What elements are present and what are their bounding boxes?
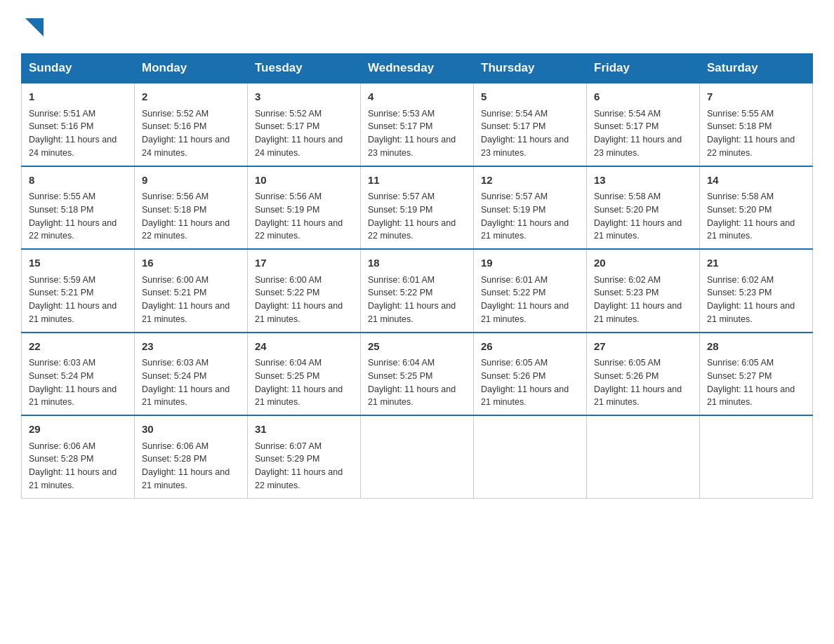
calendar-cell: 10Sunrise: 5:56 AMSunset: 5:19 PMDayligh… [248, 166, 361, 250]
col-header-friday: Friday [587, 54, 700, 83]
sunset-text: Sunset: 5:24 PM [29, 370, 127, 383]
day-info: Sunrise: 6:00 AMSunset: 5:21 PMDaylight:… [142, 274, 240, 326]
col-header-thursday: Thursday [474, 54, 587, 83]
col-header-wednesday: Wednesday [361, 54, 474, 83]
sunset-text: Sunset: 5:26 PM [481, 370, 579, 383]
day-number: 12 [481, 173, 579, 189]
calendar-table: SundayMondayTuesdayWednesdayThursdayFrid… [21, 53, 813, 499]
sunrise-text: Sunrise: 5:54 AM [481, 107, 579, 121]
sunset-text: Sunset: 5:18 PM [707, 120, 805, 133]
day-number: 6 [594, 89, 692, 105]
calendar-cell: 31Sunrise: 6:07 AMSunset: 5:29 PMDayligh… [248, 415, 361, 498]
sunset-text: Sunset: 5:18 PM [142, 203, 240, 217]
day-info: Sunrise: 6:06 AMSunset: 5:28 PMDaylight:… [29, 440, 127, 492]
daylight-text: Daylight: 11 hours and 24 minutes. [255, 133, 353, 160]
sunrise-text: Sunrise: 6:02 AM [707, 274, 805, 287]
logo-triangle-icon [22, 15, 46, 39]
col-header-tuesday: Tuesday [248, 54, 361, 83]
week-row-1: 1Sunrise: 5:51 AMSunset: 5:16 PMDaylight… [22, 83, 813, 166]
calendar-cell: 7Sunrise: 5:55 AMSunset: 5:18 PMDaylight… [700, 83, 813, 166]
calendar-cell: 26Sunrise: 6:05 AMSunset: 5:26 PMDayligh… [474, 333, 587, 416]
day-info: Sunrise: 5:58 AMSunset: 5:20 PMDaylight:… [594, 190, 692, 243]
col-header-sunday: Sunday [22, 54, 135, 83]
day-info: Sunrise: 6:00 AMSunset: 5:22 PMDaylight:… [255, 274, 353, 326]
day-number: 5 [481, 89, 579, 105]
sunset-text: Sunset: 5:25 PM [368, 370, 466, 383]
calendar-cell: 20Sunrise: 6:02 AMSunset: 5:23 PMDayligh… [587, 249, 700, 333]
page-header [21, 14, 813, 39]
daylight-text: Daylight: 11 hours and 21 minutes. [29, 300, 127, 326]
day-number: 20 [594, 255, 692, 271]
daylight-text: Daylight: 11 hours and 21 minutes. [368, 383, 466, 410]
daylight-text: Daylight: 11 hours and 24 minutes. [29, 133, 127, 160]
col-header-monday: Monday [135, 54, 248, 83]
daylight-text: Daylight: 11 hours and 22 minutes. [142, 217, 240, 243]
day-info: Sunrise: 5:52 AMSunset: 5:16 PMDaylight:… [142, 107, 240, 160]
sunrise-text: Sunrise: 6:04 AM [368, 356, 466, 370]
day-number: 27 [594, 339, 692, 355]
day-info: Sunrise: 6:07 AMSunset: 5:29 PMDaylight:… [255, 440, 353, 492]
daylight-text: Daylight: 11 hours and 21 minutes. [481, 383, 579, 410]
sunset-text: Sunset: 5:17 PM [255, 120, 353, 133]
daylight-text: Daylight: 11 hours and 21 minutes. [594, 217, 692, 243]
sunrise-text: Sunrise: 6:03 AM [142, 356, 240, 370]
sunset-text: Sunset: 5:23 PM [594, 286, 692, 300]
calendar-cell: 22Sunrise: 6:03 AMSunset: 5:24 PMDayligh… [22, 333, 135, 416]
daylight-text: Daylight: 11 hours and 21 minutes. [29, 466, 127, 492]
calendar-cell: 11Sunrise: 5:57 AMSunset: 5:19 PMDayligh… [361, 166, 474, 250]
sunrise-text: Sunrise: 5:57 AM [368, 190, 466, 203]
day-number: 3 [255, 89, 353, 105]
calendar-cell: 19Sunrise: 6:01 AMSunset: 5:22 PMDayligh… [474, 249, 587, 333]
day-number: 1 [29, 89, 127, 105]
day-number: 23 [142, 339, 240, 355]
day-number: 30 [142, 422, 240, 438]
sunset-text: Sunset: 5:21 PM [142, 286, 240, 300]
sunrise-text: Sunrise: 6:07 AM [255, 440, 353, 453]
sunrise-text: Sunrise: 5:55 AM [707, 107, 805, 121]
calendar-cell: 13Sunrise: 5:58 AMSunset: 5:20 PMDayligh… [587, 166, 700, 250]
sunset-text: Sunset: 5:19 PM [368, 203, 466, 217]
sunset-text: Sunset: 5:20 PM [594, 203, 692, 217]
calendar-cell: 28Sunrise: 6:05 AMSunset: 5:27 PMDayligh… [700, 333, 813, 416]
calendar-cell: 17Sunrise: 6:00 AMSunset: 5:22 PMDayligh… [248, 249, 361, 333]
calendar-cell: 4Sunrise: 5:53 AMSunset: 5:17 PMDaylight… [361, 83, 474, 166]
daylight-text: Daylight: 11 hours and 24 minutes. [142, 133, 240, 160]
calendar-cell: 2Sunrise: 5:52 AMSunset: 5:16 PMDaylight… [135, 83, 248, 166]
day-info: Sunrise: 5:56 AMSunset: 5:19 PMDaylight:… [255, 190, 353, 243]
calendar-cell: 18Sunrise: 6:01 AMSunset: 5:22 PMDayligh… [361, 249, 474, 333]
day-info: Sunrise: 5:58 AMSunset: 5:20 PMDaylight:… [707, 190, 805, 243]
calendar-cell: 25Sunrise: 6:04 AMSunset: 5:25 PMDayligh… [361, 333, 474, 416]
day-number: 4 [368, 89, 466, 105]
daylight-text: Daylight: 11 hours and 21 minutes. [707, 217, 805, 243]
sunrise-text: Sunrise: 5:53 AM [368, 107, 466, 121]
day-number: 24 [255, 339, 353, 355]
calendar-cell [361, 415, 474, 498]
sunrise-text: Sunrise: 6:00 AM [142, 274, 240, 287]
calendar-header: SundayMondayTuesdayWednesdayThursdayFrid… [22, 54, 813, 83]
day-info: Sunrise: 6:03 AMSunset: 5:24 PMDaylight:… [29, 356, 127, 409]
day-number: 8 [29, 173, 127, 189]
sunset-text: Sunset: 5:17 PM [481, 120, 579, 133]
day-number: 11 [368, 173, 466, 189]
sunrise-text: Sunrise: 6:03 AM [29, 356, 127, 370]
day-number: 26 [481, 339, 579, 355]
day-info: Sunrise: 5:56 AMSunset: 5:18 PMDaylight:… [142, 190, 240, 243]
sunrise-text: Sunrise: 5:57 AM [481, 190, 579, 203]
day-info: Sunrise: 6:02 AMSunset: 5:23 PMDaylight:… [594, 274, 692, 326]
calendar-cell: 1Sunrise: 5:51 AMSunset: 5:16 PMDaylight… [22, 83, 135, 166]
sunset-text: Sunset: 5:21 PM [29, 286, 127, 300]
sunrise-text: Sunrise: 6:02 AM [594, 274, 692, 287]
day-number: 9 [142, 173, 240, 189]
day-info: Sunrise: 6:04 AMSunset: 5:25 PMDaylight:… [255, 356, 353, 409]
daylight-text: Daylight: 11 hours and 22 minutes. [255, 466, 353, 492]
daylight-text: Daylight: 11 hours and 21 minutes. [481, 217, 579, 243]
day-info: Sunrise: 6:06 AMSunset: 5:28 PMDaylight:… [142, 440, 240, 492]
day-number: 10 [255, 173, 353, 189]
day-number: 22 [29, 339, 127, 355]
sunrise-text: Sunrise: 5:56 AM [255, 190, 353, 203]
logo [21, 14, 46, 39]
calendar-cell: 27Sunrise: 6:05 AMSunset: 5:26 PMDayligh… [587, 333, 700, 416]
day-info: Sunrise: 5:54 AMSunset: 5:17 PMDaylight:… [594, 107, 692, 160]
day-info: Sunrise: 6:05 AMSunset: 5:26 PMDaylight:… [481, 356, 579, 409]
daylight-text: Daylight: 11 hours and 21 minutes. [29, 383, 127, 410]
